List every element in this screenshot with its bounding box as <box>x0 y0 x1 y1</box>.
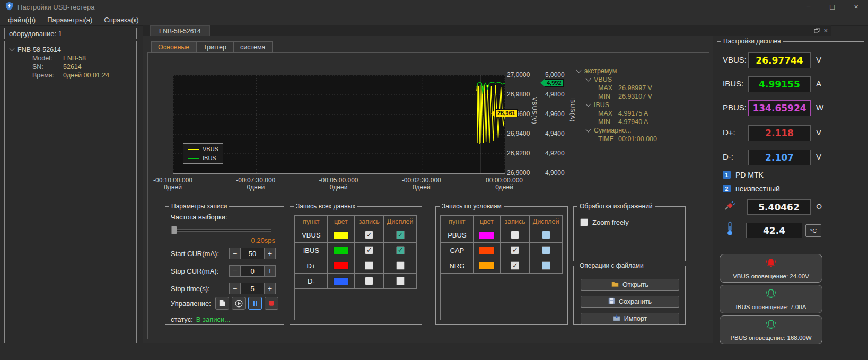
record-checkbox[interactable] <box>511 246 519 254</box>
display-checkbox[interactable] <box>542 231 550 239</box>
spinner-value[interactable]: 0 <box>241 265 264 277</box>
status-label: статус: <box>171 315 193 323</box>
new-file-button[interactable] <box>215 297 229 310</box>
green-bell-icon <box>765 288 777 303</box>
device-node[interactable]: FNB-58-52614 <box>5 45 136 54</box>
legend-label: IBUS <box>203 155 216 161</box>
import-button[interactable]: Импорт <box>581 313 679 324</box>
menu-item-0[interactable]: файл(ф) <box>2 15 41 25</box>
axis-tick: 26,9200 <box>507 150 530 157</box>
float-window-icon[interactable] <box>814 26 820 36</box>
alert-button-0[interactable]: VBUS оповещение: 24.00V <box>720 254 822 283</box>
column-header: пункт <box>295 216 328 227</box>
plot-canvas[interactable]: VBUSIBUS <box>173 75 505 174</box>
record-checkbox[interactable] <box>365 261 373 270</box>
record-checkbox[interactable] <box>365 231 373 239</box>
readout-label: VBUS: <box>723 55 747 64</box>
display-cell <box>384 274 417 289</box>
color-cell <box>327 243 354 258</box>
close-button[interactable]: × <box>844 0 868 14</box>
menu-item-2[interactable]: Справка(к) <box>98 15 144 25</box>
record-checkbox[interactable] <box>365 277 373 285</box>
tree-node-label: Суммарно... <box>594 127 632 134</box>
table-row: PBUS <box>441 227 563 243</box>
display-checkbox[interactable] <box>396 246 405 254</box>
record-checkbox[interactable] <box>365 246 373 254</box>
readout-row-D-: D-:2.107V <box>717 150 864 165</box>
x-axis-label: -00:07:30.0000дней <box>236 177 275 191</box>
device-name: FNB-58-52614 <box>17 46 61 54</box>
decrement-button[interactable]: − <box>229 283 241 294</box>
device-field-1: SN:52614 <box>5 63 136 71</box>
display-checkbox[interactable] <box>542 261 550 270</box>
play-button[interactable] <box>232 297 246 310</box>
dock-controls: × <box>814 26 831 36</box>
zoom-freely-checkbox[interactable] <box>580 218 588 226</box>
table-row: CAP <box>441 243 563 258</box>
increment-button[interactable]: + <box>264 283 276 294</box>
display-checkbox[interactable] <box>396 277 405 285</box>
pd-row-1: 1PD MTK <box>723 170 764 179</box>
record-cell <box>354 258 383 274</box>
time-axis: -00:10:00.0000дней-00:07:30.0000дней-00:… <box>173 177 505 193</box>
stat-value: 4.97940 A <box>618 118 648 126</box>
display-checkbox[interactable] <box>396 231 405 239</box>
dock-close-icon[interactable]: × <box>823 28 828 33</box>
maximize-button[interactable]: □ <box>820 0 844 14</box>
readout-row-PBUS: PBUS:134.65924W <box>717 100 864 116</box>
extremum-tree: экстремумVBUSMAX26.98997 VMIN26.93107 VI… <box>576 67 708 143</box>
record-cond-title: Запись по условиям <box>440 203 504 210</box>
sample-rate-value: 0.20sps <box>251 236 275 244</box>
tree-node-group[interactable]: Суммарно... <box>576 126 708 135</box>
alert-label: PBUS оповещение: 168.00W <box>730 335 811 341</box>
record-stop-button[interactable] <box>265 297 278 310</box>
decrement-button[interactable]: − <box>229 265 241 277</box>
chevron-down-icon <box>586 127 591 132</box>
tab-0[interactable]: Основные <box>151 41 196 53</box>
record-all-title: Запись всех данных <box>294 203 357 210</box>
tree-leaf: MIN26.93107 V <box>576 92 708 101</box>
alert-button-2[interactable]: PBUS оповещение: 168.00W <box>720 315 822 344</box>
spinner-value[interactable]: 50 <box>241 248 264 259</box>
spinner-value[interactable]: 5 <box>241 283 264 294</box>
sample-rate-slider[interactable] <box>171 226 271 234</box>
header-row: пунктцветзаписьДисплей <box>441 216 563 227</box>
increment-button[interactable]: + <box>264 265 276 277</box>
record-cell <box>354 243 383 258</box>
slider-handle[interactable] <box>171 226 177 234</box>
display-checkbox[interactable] <box>396 261 405 270</box>
marker-value: 4,992 <box>545 79 564 87</box>
pause-button[interactable] <box>248 297 262 310</box>
decrement-button[interactable]: − <box>229 248 241 259</box>
axis-tick: 4,9800 <box>545 91 565 98</box>
item-name: CAP <box>441 243 474 258</box>
tab-1[interactable]: Триггер <box>196 41 233 53</box>
tree-node-group[interactable]: IBUS <box>576 101 708 109</box>
column-header: запись <box>500 216 529 227</box>
app-logo-icon <box>5 2 14 13</box>
menu-item-1[interactable]: Параметры(а) <box>41 15 98 25</box>
display-checkbox[interactable] <box>542 246 550 254</box>
axis-tick: 4,9200 <box>545 150 565 157</box>
record-checkbox[interactable] <box>511 261 519 270</box>
pd-text: неизвестный <box>735 185 780 193</box>
minimize-button[interactable]: − <box>796 0 820 14</box>
document-tab[interactable]: FNB-58-52614 <box>150 25 210 36</box>
record-cond-panel: Запись по условиям пунктцветзаписьДиспле… <box>435 206 568 325</box>
open-button[interactable]: Открыть <box>581 279 679 291</box>
image-processing-title: Обработка изображений <box>577 203 655 210</box>
axis-marker: 26,961 <box>491 109 518 117</box>
increment-button[interactable]: + <box>264 248 276 259</box>
column-header: Дисплей <box>530 216 563 227</box>
save-button[interactable]: Сохранить <box>581 296 679 308</box>
control-label: Управление: <box>171 300 215 308</box>
record-all-panel: Запись всех данных пунктцветзаписьДиспле… <box>290 206 422 325</box>
tree-node-extremum[interactable]: экстремум <box>576 67 708 75</box>
spinner-label: Stop CUR(mA): <box>171 267 229 275</box>
display-cell <box>384 258 417 274</box>
alert-button-1[interactable]: IBUS оповещение: 7.00A <box>720 285 822 313</box>
temperature-unit-button[interactable]: °C <box>805 224 821 237</box>
tree-node-group[interactable]: VBUS <box>576 75 708 84</box>
record-checkbox[interactable] <box>511 231 519 239</box>
tab-2[interactable]: система <box>233 41 273 53</box>
